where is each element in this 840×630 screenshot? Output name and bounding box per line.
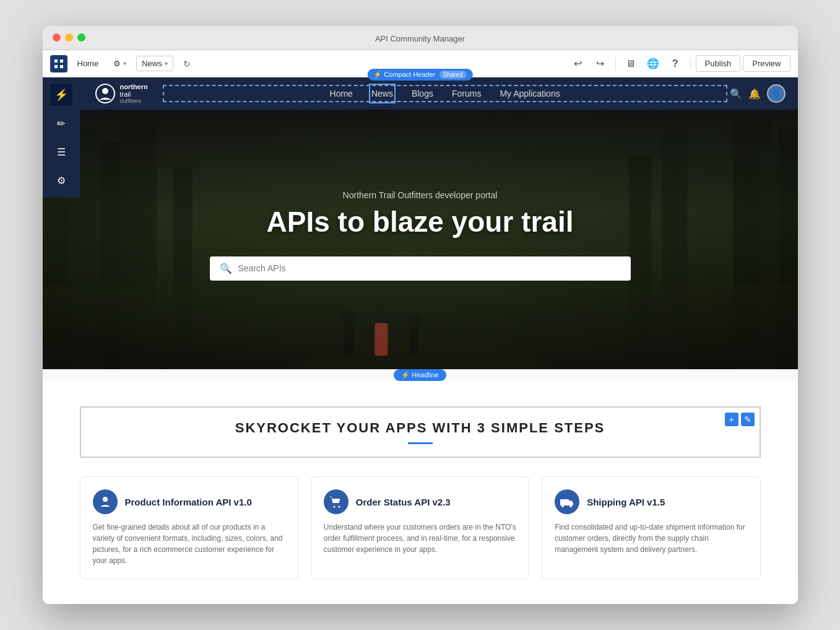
logo-svg bbox=[96, 84, 115, 103]
section-headline-wrapper: + ✎ SKYROCKET YOUR APPS WITH 3 SIMPLE ST… bbox=[80, 406, 761, 458]
monitor-icon: 🖥 bbox=[626, 58, 636, 69]
cart-icon bbox=[329, 494, 344, 509]
search-input[interactable] bbox=[238, 263, 621, 273]
headline-badge-wrapper: ⚡ Headline bbox=[43, 369, 798, 381]
api-icon-1 bbox=[324, 489, 349, 514]
svg-point-25 bbox=[103, 497, 108, 502]
logo-circle bbox=[95, 84, 115, 103]
pencil-icon: ✏ bbox=[57, 118, 65, 129]
truck-icon bbox=[560, 494, 574, 509]
svg-rect-3 bbox=[60, 65, 63, 68]
api-card-desc-2: Find consolidated and up-to-date shipmen… bbox=[555, 522, 747, 555]
list-icon: ☰ bbox=[57, 146, 66, 158]
browser-window: API Community Manager Home ⚙ ▾ News ▾ ↻ … bbox=[43, 26, 798, 604]
compact-header-badge[interactable]: ⚡ Compact Header Shared bbox=[367, 69, 472, 81]
api-card-title-1: Order Status API v2.3 bbox=[356, 497, 451, 507]
svg-rect-28 bbox=[560, 499, 569, 505]
separator-1 bbox=[615, 58, 616, 70]
separator-2 bbox=[690, 58, 691, 70]
logo-line3: outfitters bbox=[120, 98, 148, 104]
section-headline: SKYROCKET YOUR APPS WITH 3 SIMPLE STEPS bbox=[93, 420, 747, 436]
svg-point-30 bbox=[569, 505, 572, 507]
maximize-dot[interactable] bbox=[77, 33, 85, 42]
hero-subtitle: Northern Trail Outfitters developer port… bbox=[210, 190, 631, 200]
api-card-title-0: Product Information API v1.0 bbox=[125, 497, 252, 507]
content-section: + ✎ SKYROCKET YOUR APPS WITH 3 SIMPLE ST… bbox=[43, 382, 798, 604]
grid-svg bbox=[54, 59, 64, 69]
settings-cog-icon: ⚙ bbox=[57, 175, 66, 186]
question-icon: ? bbox=[672, 58, 678, 69]
logo-line2: trail bbox=[120, 90, 148, 98]
help-button[interactable]: ? bbox=[665, 54, 685, 74]
hero-section: Northern Trail Outfitters developer port… bbox=[43, 110, 798, 370]
publish-button[interactable]: Publish bbox=[696, 55, 741, 72]
hero-content: Northern Trail Outfitters developer port… bbox=[210, 190, 631, 281]
sidebar-list-icon[interactable]: ☰ bbox=[50, 141, 72, 163]
site-left-sidebar: ⚡ ✏ ☰ ⚙ bbox=[43, 77, 80, 198]
redo-button[interactable]: ↪ bbox=[591, 54, 610, 74]
api-cards-grid: Product Information API v1.0 Get fine-gr… bbox=[80, 476, 761, 579]
api-card-header-1: Order Status API v2.3 bbox=[324, 489, 516, 514]
search-bar-icon: 🔍 bbox=[220, 263, 232, 274]
nav-edit-border: Home News Blogs Forums My Applications bbox=[163, 85, 727, 102]
refresh-button[interactable]: ↻ bbox=[178, 56, 196, 71]
device-preview-button[interactable]: 🖥 bbox=[621, 54, 641, 74]
navbar-right-icons: 🔍 🔔 👤 bbox=[730, 84, 786, 103]
news-label: News bbox=[142, 59, 162, 68]
news-chevron: ▾ bbox=[165, 60, 168, 67]
nav-blogs[interactable]: Blogs bbox=[412, 86, 433, 101]
api-card-desc-1: Understand where your customers orders a… bbox=[324, 522, 516, 555]
gear-icon: ⚙ bbox=[113, 59, 121, 68]
svg-rect-1 bbox=[60, 59, 63, 63]
svg-rect-2 bbox=[54, 65, 58, 68]
nav-edit-wrapper: Home News Blogs Forums My Applications bbox=[160, 82, 730, 105]
api-icon-0 bbox=[93, 489, 118, 514]
user-avatar[interactable]: 👤 bbox=[767, 84, 786, 103]
headline-badge-label: ⚡ Headline bbox=[401, 371, 438, 379]
sidebar-edit-icon[interactable]: ✏ bbox=[50, 112, 72, 134]
toolbar-right-actions: ↩ ↪ 🖥 🌐 ? Publish Preview bbox=[568, 54, 790, 74]
headline-underline bbox=[408, 442, 433, 444]
lightning-icon: ⚡ bbox=[54, 88, 68, 102]
logo-line1: northern bbox=[120, 83, 148, 90]
site-navbar: ⚡ Compact Header Shared ⚡ ✏ ☰ ⚙ bbox=[43, 77, 798, 110]
preview-button[interactable]: Preview bbox=[743, 55, 790, 72]
add-section-button[interactable]: + bbox=[725, 413, 738, 426]
page-content: ⚡ Compact Header Shared ⚡ ✏ ☰ ⚙ bbox=[43, 77, 798, 604]
svg-rect-0 bbox=[54, 59, 58, 63]
sidebar-lightning-icon[interactable]: ⚡ bbox=[50, 84, 72, 106]
minimize-dot[interactable] bbox=[65, 33, 73, 42]
toolbar-news[interactable]: News ▾ bbox=[136, 56, 173, 71]
globe-icon: 🌐 bbox=[647, 58, 659, 69]
sidebar-settings-icon[interactable]: ⚙ bbox=[50, 169, 72, 191]
bell-icon[interactable]: 🔔 bbox=[748, 88, 761, 100]
close-dot[interactable] bbox=[53, 33, 61, 42]
api-card-header-2: Shipping API v1.5 bbox=[555, 489, 747, 514]
grid-icon[interactable] bbox=[50, 55, 67, 72]
api-card-0: Product Information API v1.0 Get fine-gr… bbox=[80, 476, 298, 579]
home-label: Home bbox=[77, 59, 99, 68]
user-icon: 👤 bbox=[771, 89, 781, 98]
nav-my-applications[interactable]: My Applications bbox=[500, 86, 560, 101]
svg-point-27 bbox=[338, 506, 340, 508]
navbar-logo: northern trail outfitters bbox=[95, 83, 148, 104]
hero-title: APIs to blaze your trail bbox=[210, 206, 631, 238]
globe-button[interactable]: 🌐 bbox=[643, 54, 663, 74]
api-icon-2 bbox=[555, 489, 579, 514]
api-card-desc-0: Get fine-grained details about all of ou… bbox=[93, 522, 285, 566]
logo-text: northern trail outfitters bbox=[120, 83, 148, 104]
nav-forums[interactable]: Forums bbox=[452, 86, 481, 101]
headline-badge[interactable]: ⚡ Headline bbox=[394, 369, 446, 381]
api-card-1: Order Status API v2.3 Understand where y… bbox=[311, 476, 529, 579]
search-icon[interactable]: 🔍 bbox=[730, 88, 742, 100]
svg-point-5 bbox=[102, 88, 108, 94]
nav-home[interactable]: Home bbox=[330, 86, 353, 101]
toolbar-settings[interactable]: ⚙ ▾ bbox=[108, 56, 131, 71]
edit-section-button[interactable]: ✎ bbox=[741, 413, 755, 426]
api-card-header-0: Product Information API v1.0 bbox=[93, 489, 285, 514]
nav-news[interactable]: News bbox=[371, 86, 393, 101]
undo-button[interactable]: ↩ bbox=[568, 54, 588, 74]
hero-search-bar[interactable]: 🔍 bbox=[210, 256, 631, 281]
toolbar-home[interactable]: Home bbox=[72, 56, 104, 71]
headline-controls: + ✎ bbox=[725, 413, 755, 426]
